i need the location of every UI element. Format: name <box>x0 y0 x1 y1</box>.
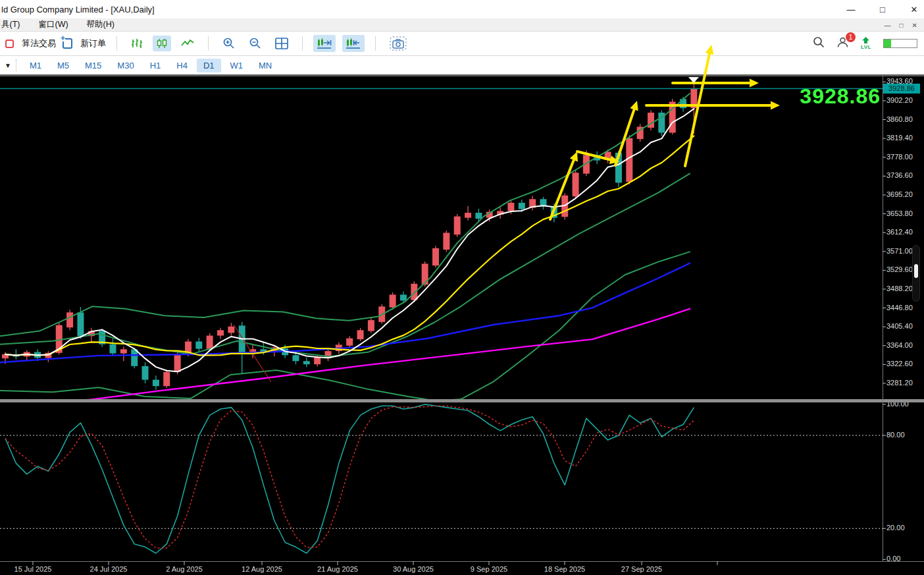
algo-trading-icon <box>5 40 14 48</box>
zoom-out-button[interactable] <box>245 34 265 53</box>
zoom-out-icon <box>249 37 262 50</box>
restore-icon[interactable]: □ <box>878 5 887 14</box>
date-axis-label: 18 Sep 2025 <box>544 565 585 573</box>
menu-item[interactable]: 具(T) <box>1 19 20 30</box>
price-axis-label: 3653.80 <box>886 209 913 217</box>
indicator-axis-label: 80.00 <box>886 431 905 439</box>
line-chart-icon <box>181 38 194 49</box>
auto-scroll-icon <box>317 38 332 49</box>
price-axis-label: 3778.00 <box>886 153 913 161</box>
timeframe-bar: ▼ M1M5M15M30H1H4D1W1MN <box>0 56 924 76</box>
candlestick-chart-button[interactable] <box>153 36 171 51</box>
current-price-tag: 3928.86 <box>883 84 920 94</box>
scrollbar-thumb[interactable] <box>914 264 918 278</box>
chart-shift-button[interactable] <box>342 35 365 52</box>
date-axis-label: 30 Aug 2025 <box>393 565 434 573</box>
date-axis-label: 9 Sep 2025 <box>471 565 507 573</box>
timeframe-h4[interactable]: H4 <box>170 59 194 72</box>
menu-item[interactable]: 窗口(W) <box>38 19 68 30</box>
indicator-axis-label: 20.00 <box>886 524 905 532</box>
timeframe-items: M1M5M15M30H1H4D1W1MN <box>23 59 278 72</box>
date-axis-label: 2 Aug 2025 <box>166 565 203 573</box>
progress-bar <box>883 39 917 48</box>
notification-badge: 1 <box>846 32 856 42</box>
mt5-window: { "window": { "title": "ld Group Company… <box>0 0 924 575</box>
price-axis-label: 3695.20 <box>886 190 913 198</box>
timeframe-w1[interactable]: W1 <box>224 59 250 72</box>
timeframe-m1[interactable]: M1 <box>23 59 48 72</box>
zoom-in-button[interactable] <box>219 34 239 53</box>
price-axis-label: 3446.80 <box>886 304 913 312</box>
window-title: ld Group Company Limited - [XAU,Daily] <box>1 5 155 14</box>
account-button[interactable]: 1 <box>836 36 849 51</box>
drag-handle[interactable] <box>16 59 16 71</box>
price-axis-label: 3736.60 <box>886 171 913 179</box>
minimize-icon[interactable]: — <box>846 5 856 14</box>
date-axis-label: 12 Aug 2025 <box>242 565 282 573</box>
algo-trading-button[interactable]: 算法交易 <box>5 38 56 49</box>
price-axis-label: 3488.20 <box>886 285 913 292</box>
chevron-down-icon[interactable]: ▼ <box>0 62 16 69</box>
progress-fill <box>884 40 891 47</box>
timeframe-m15[interactable]: M15 <box>78 59 108 72</box>
toolbar: 算法交易 新订单 1 LVL <box>0 32 924 56</box>
bar-chart-button[interactable] <box>128 36 146 51</box>
price-axis-label: 3860.80 <box>886 115 913 123</box>
candlestick-chart-icon <box>156 38 168 49</box>
price-axis-label: 3529.60 <box>886 265 913 273</box>
level-up-icon <box>861 37 870 44</box>
timeframe-m30[interactable]: M30 <box>111 59 140 72</box>
date-axis-label: 15 Jul 2025 <box>14 565 52 573</box>
timeframe-mn[interactable]: MN <box>252 59 278 72</box>
screenshot-button[interactable] <box>386 34 410 53</box>
line-chart-button[interactable] <box>178 36 197 51</box>
child-minimize-icon[interactable]: — <box>885 22 891 29</box>
search-icon <box>813 36 825 48</box>
price-axis-label: 3364.00 <box>886 341 913 349</box>
price-axis-label: 3571.00 <box>886 247 913 255</box>
camera-icon <box>390 36 407 51</box>
level-button[interactable]: LVL <box>861 37 871 50</box>
bar-chart-icon <box>131 38 143 49</box>
menu-items: 具(T)窗口(W)帮助(H) <box>0 19 115 30</box>
new-order-icon <box>63 38 72 49</box>
timeframe-h1[interactable]: H1 <box>143 59 168 72</box>
auto-scroll-button[interactable] <box>313 35 336 52</box>
new-order-button[interactable]: 新订单 <box>63 38 106 49</box>
price-axis-label: 3819.40 <box>886 134 913 142</box>
price-axis-label: 3281.20 <box>886 379 913 387</box>
child-close-icon[interactable]: ✕ <box>912 22 917 29</box>
menu-item[interactable]: 帮助(H) <box>87 19 115 30</box>
zoom-in-icon <box>222 37 236 50</box>
tile-windows-icon <box>275 38 288 49</box>
timeframe-d1[interactable]: D1 <box>197 59 221 72</box>
date-axis-label: 24 Jul 2025 <box>90 565 128 573</box>
title-bar: ld Group Company Limited - [XAU,Daily] —… <box>0 0 924 18</box>
price-axis-label: 3612.40 <box>886 228 913 236</box>
price-axis-label: 3902.20 <box>886 96 913 104</box>
child-window-controls: —□✕ <box>885 18 917 32</box>
child-restore-icon[interactable]: □ <box>900 22 904 29</box>
indicator-axis-label: 0.00 <box>886 555 900 562</box>
menu-bar: 具(T)窗口(W)帮助(H) —□✕ <box>0 18 924 32</box>
search-button[interactable] <box>813 36 825 51</box>
tile-windows-button[interactable] <box>272 35 292 52</box>
price-axis-label: 3322.60 <box>886 360 913 368</box>
date-axis-label: 21 Aug 2025 <box>317 565 358 573</box>
date-axis-label: 27 Sep 2025 <box>621 565 662 573</box>
timeframe-m5[interactable]: M5 <box>51 59 76 72</box>
chart-area[interactable] <box>0 76 924 575</box>
price-axis-label: 3405.40 <box>886 322 913 330</box>
indicator-axis-label: 100.00 <box>886 400 909 408</box>
chart-shift-icon <box>346 38 361 49</box>
close-icon[interactable]: ✕ <box>910 5 919 14</box>
big-price-label: 3928.86 <box>800 84 881 109</box>
